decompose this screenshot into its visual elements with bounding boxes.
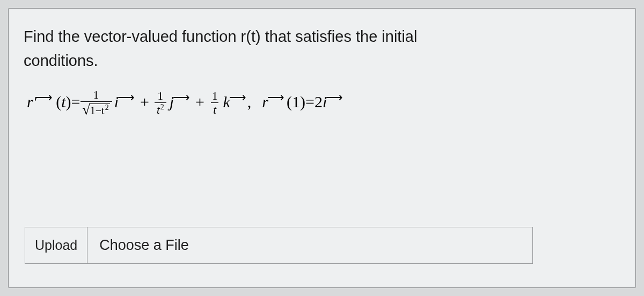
- eq-r-prime-r: r: [27, 93, 33, 111]
- eq-frac1-den-inner: 1−t: [90, 105, 105, 116]
- question-prompt: Find the vector-valued function r(t) tha…: [24, 25, 620, 73]
- question-line-1: Find the vector-valued function r(t) tha…: [24, 28, 417, 45]
- choose-file-button[interactable]: Choose a File: [87, 227, 532, 263]
- eq-frac2-den: t2: [155, 102, 166, 116]
- equation: r′⟶ (t) = 1 √ 1−t2 i⟶ + 1 t2 j⟶ + 1 t k⟶…: [27, 88, 620, 116]
- vector-arrow-icon: ⟶: [229, 91, 246, 105]
- eq-frac2-den-sup: 2: [160, 103, 164, 111]
- eq-frac1-num: 1: [91, 89, 101, 101]
- eq-t: t: [61, 93, 65, 110]
- eq-frac-3: 1 t: [210, 90, 220, 116]
- eq-frac3-den: t: [211, 102, 218, 116]
- eq-frac3-num: 1: [210, 90, 220, 102]
- eq-rhs-val: 2: [314, 93, 323, 111]
- upload-label: Upload: [25, 227, 87, 263]
- vector-arrow-icon: ⟶: [326, 91, 343, 105]
- eq-frac-2: 1 t2: [155, 90, 166, 116]
- eq-equals: =: [71, 93, 80, 111]
- eq-rhs-equals: =: [305, 93, 314, 111]
- question-line-2: conditions.: [24, 52, 98, 69]
- eq-plus-1: +: [140, 93, 149, 111]
- vector-arrow-icon: ⟶: [118, 91, 135, 105]
- vector-arrow-icon: ⟶: [173, 91, 190, 105]
- eq-frac1-den: √ 1−t2: [80, 101, 112, 117]
- upload-row: Upload Choose a File: [25, 227, 533, 264]
- eq-plus-2: +: [195, 93, 204, 111]
- eq-frac-1: 1 √ 1−t2: [80, 89, 112, 117]
- eq-frac2-num: 1: [156, 90, 166, 102]
- eq-frac2-den-base: t: [157, 103, 160, 116]
- vector-arrow-icon: ⟶: [35, 91, 53, 105]
- eq-frac1-den-rad: 1−t2: [89, 103, 110, 117]
- sqrt-wrapper: √ 1−t2: [83, 103, 110, 117]
- eq-comma: ,: [247, 93, 252, 111]
- eq-frac1-den-sup: 2: [105, 103, 109, 112]
- eq-rhs-arg: (1): [287, 93, 305, 111]
- question-card: Find the vector-valued function r(t) tha…: [8, 8, 636, 288]
- eq-lhs-arg: (t): [56, 93, 71, 111]
- vector-arrow-icon: ⟶: [267, 91, 284, 105]
